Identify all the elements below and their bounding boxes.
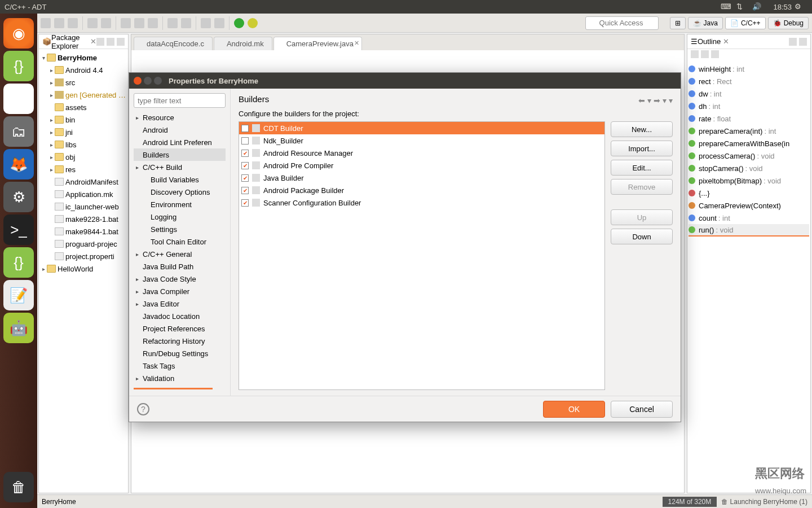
checkbox[interactable] xyxy=(241,187,249,194)
launcher-adt[interactable]: {} xyxy=(3,51,34,81)
network-icon[interactable]: ⇅ xyxy=(736,2,747,11)
hide-icon[interactable] xyxy=(711,50,719,58)
gear-icon[interactable]: ⚙ xyxy=(795,2,805,11)
checkbox[interactable] xyxy=(241,174,249,182)
tree-item[interactable]: ▸libs xyxy=(40,138,127,151)
checkbox[interactable] xyxy=(241,162,249,169)
toolbar-button[interactable] xyxy=(121,18,131,28)
editor-tab[interactable]: Android.mk xyxy=(214,37,272,50)
launcher-terminal[interactable]: >_ xyxy=(3,214,34,245)
outline-tree[interactable]: winHeight: intrect: Rectdw: intdh: intra… xyxy=(687,60,810,239)
outline-item[interactable]: run(): void xyxy=(689,224,809,237)
tree-item[interactable]: ▸jni xyxy=(40,126,127,138)
project-root[interactable]: ▸HelloWorld xyxy=(40,262,127,275)
builder-row[interactable]: CDT Builder xyxy=(239,122,604,134)
builders-list[interactable]: CDT BuilderNdk_BuilderAndroid Resource M… xyxy=(239,121,605,390)
category-item[interactable]: ▸C/C++ General xyxy=(134,248,226,260)
tree-item[interactable]: assets xyxy=(40,101,127,113)
quick-access-input[interactable] xyxy=(585,16,659,30)
outline-item[interactable]: dh: int xyxy=(689,100,809,112)
builder-row[interactable]: Android Pre Compiler xyxy=(239,159,604,172)
close-icon[interactable]: ✕ xyxy=(354,40,359,47)
keyboard-icon[interactable]: ⌨ xyxy=(721,2,731,11)
builder-row[interactable]: Scanner Configuration Builder xyxy=(239,196,604,209)
launcher-chrome[interactable]: ◐ xyxy=(3,84,34,114)
toolbar-button[interactable] xyxy=(87,18,98,28)
tree-item[interactable]: ic_launcher-web xyxy=(40,200,127,213)
builder-row[interactable]: Java Builder xyxy=(239,172,604,184)
launcher-files[interactable]: 🗂 xyxy=(3,116,34,147)
minimize-icon[interactable] xyxy=(789,38,797,46)
toolbar-button[interactable] xyxy=(41,18,51,28)
category-item[interactable]: Java Build Path xyxy=(134,260,226,273)
category-item[interactable]: ▸C/C++ Build xyxy=(134,161,226,173)
remove-button[interactable]: Remove xyxy=(611,179,673,195)
import-button[interactable]: Import... xyxy=(611,141,673,156)
cancel-button[interactable]: Cancel xyxy=(611,401,673,418)
tree-item[interactable]: proguard-projec xyxy=(40,238,127,250)
tree-item[interactable]: ▸obj xyxy=(40,151,127,163)
category-tree[interactable]: ▸ResourceAndroidAndroid Lint PreferenBui… xyxy=(134,111,226,384)
editor-tab[interactable]: dataAcqEncode.c xyxy=(134,37,213,50)
category-item[interactable]: ▸Java Compiler xyxy=(134,285,226,297)
filter-input[interactable] xyxy=(134,93,226,108)
editor-tab[interactable]: CameraPreview.java✕ xyxy=(273,37,362,50)
clock[interactable]: 18:53 xyxy=(773,3,792,11)
outline-item[interactable]: CameraPreview(Context) xyxy=(689,199,809,212)
forward-menu-icon[interactable]: ▾ xyxy=(663,96,667,105)
launcher-dash[interactable]: ◉ xyxy=(3,18,34,49)
toolbar-button[interactable] xyxy=(68,18,78,28)
toolbar-button[interactable] xyxy=(134,18,144,28)
project-tree[interactable]: ▾BerryHome▸Android 4.4▸src▸gen [Generate… xyxy=(39,49,128,277)
project-root[interactable]: ▾BerryHome xyxy=(40,51,127,64)
menu-icon[interactable]: ▾ xyxy=(669,96,673,105)
category-item[interactable]: Project References xyxy=(134,322,226,335)
perspective-cpp[interactable]: 📄 C/C++ xyxy=(725,17,766,29)
category-item[interactable]: Javadoc Location xyxy=(134,310,226,322)
edit-button[interactable]: Edit... xyxy=(611,160,673,176)
open-perspective-icon[interactable]: ⊞ xyxy=(670,17,686,29)
dialog-titlebar[interactable]: Properties for BerryHome xyxy=(129,73,681,89)
collapse-icon[interactable] xyxy=(96,38,104,46)
category-item[interactable]: Environment xyxy=(134,198,226,211)
category-item[interactable]: Run/Debug Settings xyxy=(134,347,226,360)
category-item[interactable]: Android xyxy=(134,124,226,136)
tree-item[interactable]: ▸bin xyxy=(40,113,127,126)
new-button[interactable]: New... xyxy=(611,121,673,137)
close-icon[interactable]: ✕ xyxy=(723,37,729,46)
tree-item[interactable]: ▸res xyxy=(40,163,127,176)
close-icon[interactable]: ✕ xyxy=(90,37,96,46)
outline-item[interactable]: prepareCamera(int): int xyxy=(689,125,809,137)
category-item[interactable]: ▸Java Code Style xyxy=(134,273,226,285)
checkbox[interactable] xyxy=(241,150,249,157)
checkbox[interactable] xyxy=(241,137,249,144)
category-item[interactable]: ▸Resource xyxy=(134,111,226,124)
back-icon[interactable]: ⬅ xyxy=(638,96,645,105)
category-item[interactable]: Android Lint Preferen xyxy=(134,136,226,148)
sound-icon[interactable]: 🔊 xyxy=(752,2,762,11)
sort-icon[interactable] xyxy=(691,50,699,58)
forward-icon[interactable]: ➡ xyxy=(654,96,660,105)
tree-item[interactable]: AndroidManifest xyxy=(40,176,127,188)
close-icon[interactable] xyxy=(134,77,142,85)
launcher-android[interactable]: 🤖 xyxy=(3,313,34,343)
launcher-trash[interactable]: 🗑 xyxy=(3,472,34,502)
maximize-icon[interactable] xyxy=(154,77,162,85)
category-item[interactable]: Logging xyxy=(134,211,226,223)
run-icon[interactable] xyxy=(234,18,244,28)
filter-icon[interactable] xyxy=(701,50,709,58)
tree-item[interactable]: make9844-1.bat xyxy=(40,225,127,238)
link-icon[interactable] xyxy=(107,38,114,46)
outline-item[interactable]: rate: float xyxy=(689,112,809,125)
category-item[interactable]: Discovery Options xyxy=(134,186,226,198)
tree-item[interactable]: ▸Android 4.4 xyxy=(40,64,127,76)
category-item[interactable]: Tool Chain Editor xyxy=(134,235,226,248)
outline-item[interactable]: count: int xyxy=(689,212,809,224)
outline-item[interactable]: prepareCameraWithBase(in xyxy=(689,137,809,150)
category-item[interactable]: ▸Validation xyxy=(134,372,226,384)
outline-item[interactable]: dw: int xyxy=(689,87,809,100)
toolbar-button[interactable] xyxy=(201,18,211,28)
category-item[interactable]: Build Variables xyxy=(134,173,226,186)
toolbar-button[interactable] xyxy=(101,18,111,28)
checkbox[interactable] xyxy=(241,125,249,132)
